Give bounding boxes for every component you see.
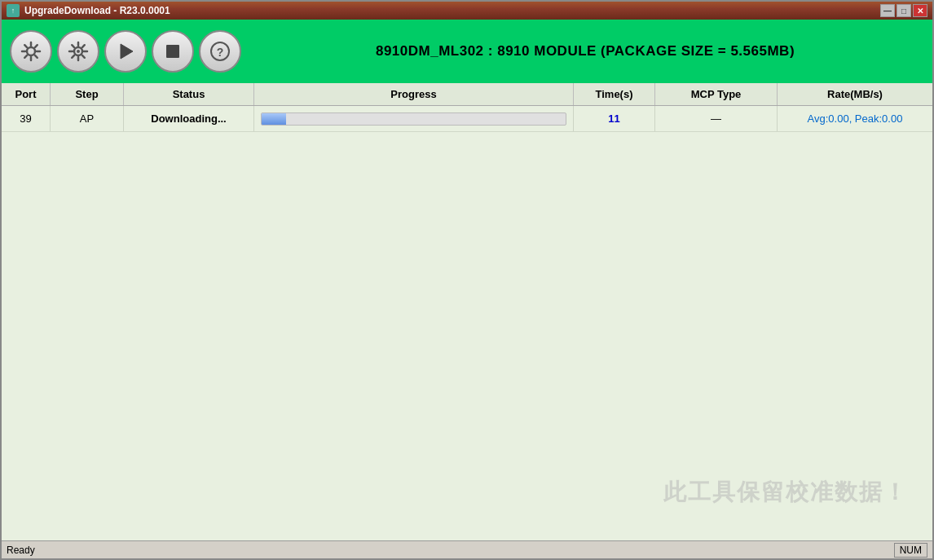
table-header: Port Step Status Progress Time(s) MCP Ty…: [2, 83, 932, 106]
col-mcptype: MCP Type: [655, 83, 778, 105]
toolbar-title: 8910DM_ML302 : 8910 MODULE (PACKAGE SIZE…: [246, 43, 924, 60]
content-area: Port Step Status Progress Time(s) MCP Ty…: [2, 83, 932, 540]
main-window: ↑ UpgradeDownload - R23.0.0001 — □ ✕: [0, 0, 934, 560]
col-rate: Rate(MB/s): [778, 83, 932, 105]
col-step: Step: [51, 83, 124, 105]
svg-text:?: ?: [217, 46, 224, 59]
config-button[interactable]: [57, 30, 99, 73]
svg-point-2: [77, 50, 80, 53]
svg-point-0: [27, 47, 35, 55]
col-progress: Progress: [254, 83, 574, 105]
progress-bar-container: [261, 112, 566, 126]
cell-mcptype: —: [655, 106, 778, 131]
status-numlock: NUM: [894, 543, 927, 558]
title-bar-left: ↑ UpgradeDownload - R23.0.0001: [7, 4, 170, 17]
toolbar: ? 8910DM_ML302 : 8910 MODULE (PACKAGE SI…: [2, 20, 932, 83]
cell-time: 11: [574, 106, 655, 131]
cell-step: AP: [51, 106, 124, 131]
close-button[interactable]: ✕: [913, 4, 927, 17]
minimize-button[interactable]: —: [880, 4, 895, 17]
title-bar: ↑ UpgradeDownload - R23.0.0001 — □ ✕: [2, 2, 932, 20]
cell-status: Downloading...: [124, 106, 254, 131]
progress-bar-fill: [262, 113, 286, 125]
table-row: 39 AP Downloading... 11 — Avg:0.00, Peak…: [2, 106, 932, 132]
app-icon: ↑: [7, 4, 20, 17]
start-button[interactable]: [104, 30, 147, 73]
maximize-button[interactable]: □: [897, 4, 911, 17]
cell-rate: Avg:0.00, Peak:0.00: [778, 106, 932, 131]
status-bar: Ready NUM: [2, 540, 932, 558]
svg-marker-3: [121, 44, 133, 59]
status-ready: Ready: [7, 545, 35, 556]
help-button[interactable]: ?: [199, 30, 241, 73]
cell-progress: [254, 106, 574, 131]
stop-button[interactable]: [152, 30, 194, 73]
window-title: UpgradeDownload - R23.0.0001: [24, 5, 170, 16]
col-status: Status: [124, 83, 254, 105]
col-time: Time(s): [574, 83, 655, 105]
title-buttons: — □ ✕: [880, 4, 927, 17]
cell-port: 39: [2, 106, 51, 131]
col-port: Port: [2, 83, 51, 105]
table-body: 39 AP Downloading... 11 — Avg:0.00, Peak…: [2, 106, 932, 540]
svg-rect-4: [166, 45, 179, 58]
settings-button[interactable]: [10, 30, 52, 73]
